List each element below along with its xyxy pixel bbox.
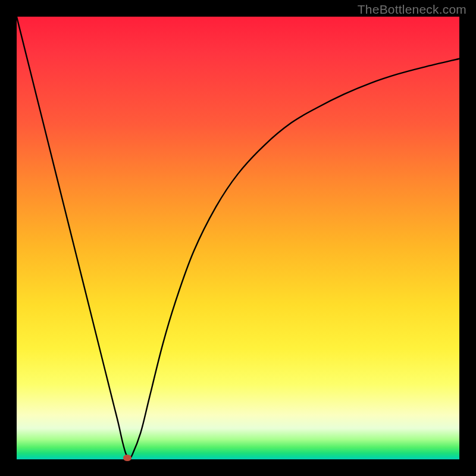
chart-frame: TheBottleneck.com xyxy=(0,0,476,476)
watermark-text: TheBottleneck.com xyxy=(358,2,466,17)
bottleneck-curve xyxy=(17,17,459,459)
minimum-marker-dot xyxy=(123,455,131,461)
chart-plot-area xyxy=(17,17,459,459)
